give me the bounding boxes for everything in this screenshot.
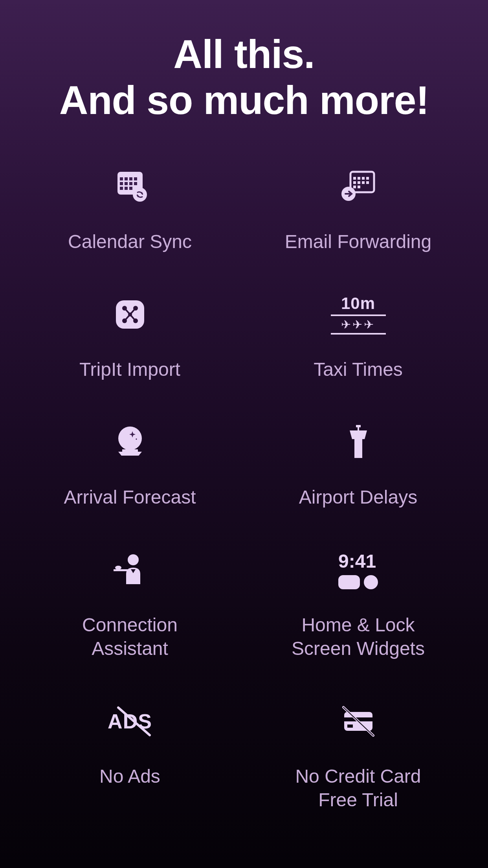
feature-label: Email Forwarding [285, 230, 431, 254]
feature-label: Home & Lock Screen Widgets [276, 613, 441, 660]
feature-label: Calendar Sync [68, 230, 192, 254]
feature-taxi-times: 10m ✈✈✈ Taxi Times [252, 291, 464, 381]
feature-label: No Ads [99, 765, 160, 788]
control-tower-icon [335, 419, 382, 466]
svg-rect-46 [347, 725, 353, 728]
svg-rect-1 [120, 177, 123, 180]
svg-rect-6 [125, 182, 128, 185]
title-line-1: All this. [173, 32, 314, 77]
svg-rect-20 [362, 181, 365, 184]
widget-time: 9:41 [338, 550, 376, 572]
no-card-icon [335, 698, 382, 745]
feature-connection-assistant: Connection Assistant [24, 546, 236, 660]
feature-tripit-import: TripIt Import [24, 291, 236, 381]
email-forward-icon [335, 163, 382, 210]
taxi-times-icon: 10m ✈✈✈ [335, 291, 382, 338]
svg-rect-19 [358, 181, 360, 184]
feature-arrival-forecast: Arrival Forecast [24, 419, 236, 509]
svg-line-43 [118, 708, 150, 735]
svg-rect-11 [129, 187, 132, 190]
svg-point-12 [133, 188, 147, 202]
svg-rect-7 [129, 182, 132, 185]
feature-calendar-sync: Calendar Sync [24, 163, 236, 254]
concierge-icon [106, 546, 154, 594]
feature-label: No Credit Card Free Trial [276, 765, 441, 812]
svg-rect-9 [120, 187, 123, 190]
svg-point-40 [128, 554, 139, 565]
features-grid: Calendar Sync [24, 163, 464, 812]
svg-rect-22 [353, 186, 356, 188]
tripit-icon [106, 291, 154, 338]
feature-no-ads: ADS No Ads [24, 698, 236, 812]
svg-rect-39 [354, 439, 362, 458]
crystal-ball-icon [106, 419, 154, 466]
svg-rect-5 [120, 182, 123, 185]
svg-rect-16 [362, 177, 365, 180]
widgets-icon: 9:41 [335, 546, 382, 594]
svg-rect-41 [114, 569, 128, 571]
feature-widgets: 9:41 Home & Lock Screen Widgets [252, 546, 464, 660]
svg-rect-15 [358, 177, 360, 180]
feature-label: Connection Assistant [48, 613, 213, 660]
page-title: All this. And so much more! [59, 31, 429, 124]
svg-rect-18 [353, 181, 356, 184]
svg-rect-4 [134, 177, 137, 180]
svg-rect-37 [356, 425, 361, 427]
svg-rect-36 [122, 449, 138, 453]
feature-label: TripIt Import [79, 358, 180, 381]
svg-rect-38 [358, 427, 359, 430]
svg-rect-14 [353, 177, 356, 180]
no-ads-icon: ADS [106, 698, 154, 745]
svg-rect-3 [129, 177, 132, 180]
feature-label: Arrival Forecast [64, 485, 196, 509]
feature-label: Airport Delays [299, 485, 417, 509]
svg-rect-8 [134, 182, 137, 185]
feature-no-credit-card: No Credit Card Free Trial [252, 698, 464, 812]
features-screen: All this. And so much more! [0, 0, 488, 835]
svg-point-42 [115, 566, 121, 570]
taxi-time-value: 10m [341, 294, 375, 313]
title-line-2: And so much more! [59, 78, 429, 123]
svg-rect-21 [366, 181, 369, 184]
svg-rect-17 [366, 177, 369, 180]
svg-rect-2 [125, 177, 128, 180]
svg-rect-10 [125, 187, 128, 190]
svg-point-35 [118, 427, 142, 450]
feature-label: Taxi Times [314, 358, 403, 381]
calendar-sync-icon [106, 163, 154, 210]
feature-airport-delays: Airport Delays [252, 419, 464, 509]
feature-email-forwarding: Email Forwarding [252, 163, 464, 254]
svg-rect-23 [358, 186, 360, 188]
